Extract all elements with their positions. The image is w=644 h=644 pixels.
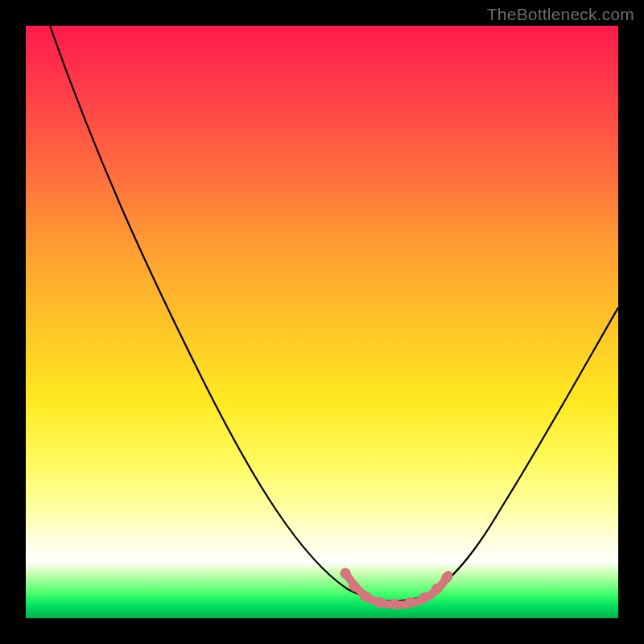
watermark-text: TheBottleneck.com bbox=[487, 5, 634, 24]
plot-area bbox=[26, 26, 618, 618]
bottleneck-curve bbox=[50, 26, 618, 601]
curve-layer bbox=[26, 26, 618, 618]
chart-frame: TheBottleneck.com bbox=[0, 0, 644, 644]
